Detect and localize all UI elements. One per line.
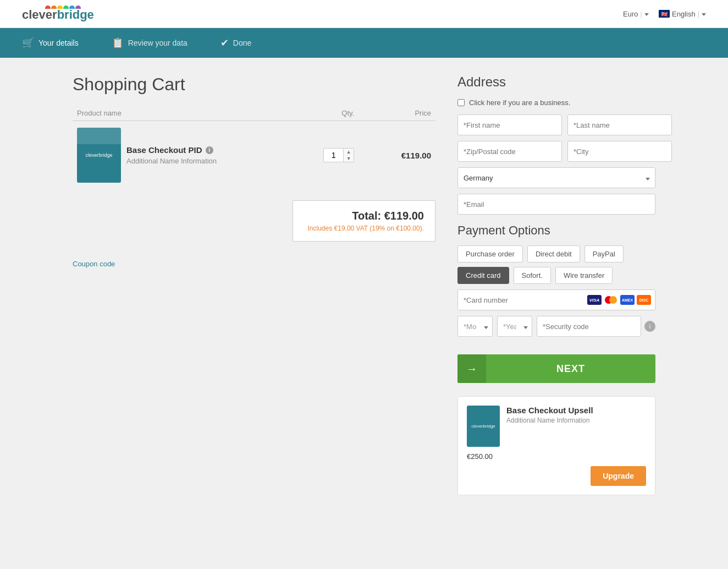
- payment-title: Payment Options: [457, 223, 655, 238]
- upsell-box: cleverbridge Base Checkout Upsell Additi…: [457, 396, 655, 495]
- address-row: [457, 141, 655, 162]
- payment-purchase-order-button[interactable]: Purchase order: [457, 245, 523, 262]
- card-icons: VISA AMEX DISC: [587, 295, 651, 305]
- col-product-name: Product name: [73, 106, 319, 121]
- main-content: Shopping Cart Product name Qty. Price cl…: [62, 58, 666, 512]
- business-checkbox[interactable]: [457, 99, 465, 106]
- logo-text-clever: clever: [22, 8, 57, 22]
- nav-step-3-label: Done: [233, 39, 251, 47]
- card-number-wrap: VISA AMEX DISC: [457, 289, 655, 310]
- logo: cleverbridge: [22, 6, 94, 22]
- top-bar: cleverbridge Euro | 🇬🇧 English |: [0, 0, 728, 28]
- total-box: Total: €119.00 Includes €19.00 VAT (19% …: [293, 200, 435, 242]
- payment-wire-transfer-button[interactable]: Wire transfer: [555, 267, 613, 284]
- nav-bar: 🛒 Your details 📋 Review your data ✔ Done: [0, 28, 728, 58]
- locale-area: Euro | 🇬🇧 English |: [623, 10, 706, 18]
- first-name-field[interactable]: [457, 114, 562, 135]
- upsell-product-name: Base Checkout Upsell: [506, 406, 593, 415]
- quantity-up-button[interactable]: ▲: [344, 149, 354, 155]
- cart-table: Product name Qty. Price cleverbridge Bas…: [73, 106, 435, 189]
- mastercard-icon: [604, 295, 618, 305]
- upsell-image-label: cleverbridge: [470, 422, 497, 430]
- nav-step-1-label: Your details: [38, 39, 79, 47]
- vat-info: Includes €19.00 VAT (19% on €100.00).: [304, 225, 424, 232]
- next-button[interactable]: → NEXT: [457, 354, 655, 383]
- product-sub: Additional Name Information: [126, 157, 315, 165]
- last-name-field[interactable]: [567, 114, 672, 135]
- language-chevron-icon: [702, 13, 706, 16]
- product-info-icon[interactable]: i: [206, 146, 213, 154]
- logo-text: cleverbridge: [22, 8, 94, 22]
- total-amount: Total: €119.00: [304, 210, 424, 222]
- payment-paypal-button[interactable]: PayPal: [584, 245, 624, 262]
- security-info-icon[interactable]: i: [644, 321, 655, 332]
- security-wrap: i: [537, 316, 655, 337]
- payment-buttons: Purchase order Direct debit PayPal Credi…: [457, 245, 655, 284]
- col-qty: Qty.: [319, 106, 359, 121]
- quantity-input[interactable]: [324, 149, 344, 162]
- cart-icon: 🛒: [22, 37, 34, 49]
- page-title: Shopping Cart: [73, 74, 435, 95]
- nav-step-3[interactable]: ✔ Done: [220, 37, 251, 49]
- business-label: Click here if you are a business.: [469, 99, 570, 107]
- email-field[interactable]: [457, 194, 655, 215]
- table-row: cleverbridge Base Checkout PID i Additio…: [73, 121, 435, 190]
- country-select-wrap: Germany Austria Switzerland United State…: [457, 167, 655, 188]
- language-label: English: [672, 10, 696, 18]
- currency-chevron-icon: [644, 13, 649, 16]
- zip-field[interactable]: [457, 141, 562, 162]
- col-price: Price: [359, 106, 435, 121]
- nav-step-2[interactable]: 📋 Review your data: [112, 37, 187, 49]
- review-icon: 📋: [112, 37, 124, 49]
- coupon-code-link[interactable]: Coupon code: [73, 260, 115, 268]
- language-selector[interactable]: 🇬🇧 English |: [659, 10, 706, 18]
- logo-text-bridge: bridge: [57, 8, 94, 22]
- product-price: €119.00: [359, 121, 435, 190]
- product-name: Base Checkout PID i: [126, 145, 315, 155]
- nav-step-1[interactable]: 🛒 Your details: [22, 37, 79, 49]
- flag-uk-icon: 🇬🇧: [659, 10, 670, 18]
- upgrade-btn-wrap: Upgrade: [467, 466, 646, 486]
- upgrade-button[interactable]: Upgrade: [591, 466, 646, 486]
- upsell-product-sub: Additional Name Information: [506, 417, 593, 424]
- next-arrow-icon: →: [457, 354, 486, 383]
- amex-icon: AMEX: [620, 295, 635, 305]
- payment-direct-debit-button[interactable]: Direct debit: [527, 245, 580, 262]
- business-checkbox-label[interactable]: Click here if you are a business.: [457, 99, 655, 107]
- name-row: [457, 114, 655, 135]
- next-button-wrap: → NEXT: [457, 354, 655, 383]
- month-select[interactable]: *Month 01020304 05060708 09101112: [457, 316, 493, 337]
- upsell-product-row: cleverbridge Base Checkout Upsell Additi…: [467, 406, 646, 447]
- currency-label: Euro: [623, 10, 638, 18]
- month-select-wrap: *Month 01020304 05060708 09101112: [457, 316, 493, 337]
- upsell-price: €250.00: [467, 452, 646, 461]
- upsell-product-image: cleverbridge: [467, 406, 500, 447]
- payment-credit-card-button[interactable]: Credit card: [457, 267, 509, 284]
- done-icon: ✔: [220, 37, 229, 49]
- right-panel: Address Click here if you are a business…: [457, 74, 655, 495]
- next-button-label: NEXT: [486, 363, 655, 375]
- nav-step-2-label: Review your data: [128, 39, 187, 47]
- payment-sofort-button[interactable]: Sofort.: [514, 267, 551, 284]
- product-image: cleverbridge: [77, 128, 121, 183]
- upsell-info: Base Checkout Upsell Additional Name Inf…: [506, 406, 593, 447]
- quantity-stepper[interactable]: ▲ ▼: [323, 148, 354, 162]
- quantity-arrows: ▲ ▼: [344, 149, 354, 162]
- visa-icon: VISA: [587, 295, 602, 305]
- security-code-input[interactable]: [537, 316, 641, 337]
- country-select[interactable]: Germany Austria Switzerland United State…: [457, 167, 655, 188]
- product-image-label: cleverbridge: [83, 150, 114, 160]
- card-expiry-row: *Month 01020304 05060708 09101112 *Year …: [457, 316, 655, 337]
- discover-icon: DISC: [637, 295, 651, 305]
- currency-selector[interactable]: Euro |: [623, 10, 649, 18]
- year-select[interactable]: *Year 20242025202620272028: [497, 316, 532, 337]
- left-panel: Shopping Cart Product name Qty. Price cl…: [73, 74, 435, 495]
- address-title: Address: [457, 74, 655, 90]
- city-field[interactable]: [567, 141, 672, 162]
- quantity-down-button[interactable]: ▼: [344, 155, 354, 162]
- year-select-wrap: *Year 20242025202620272028: [497, 316, 532, 337]
